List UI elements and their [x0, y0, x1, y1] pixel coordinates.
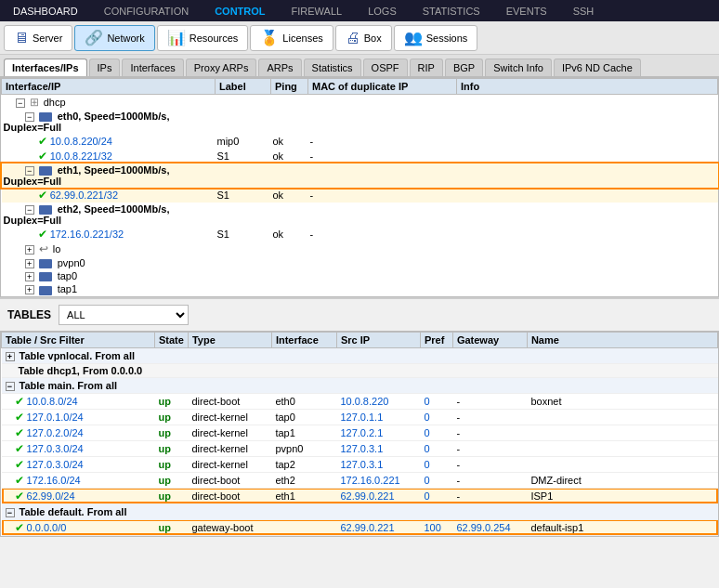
- route-iface: eth0: [271, 393, 336, 409]
- route-ip: 127.0.2.0/24: [27, 427, 84, 438]
- nav-logs[interactable]: LOGS: [355, 0, 410, 21]
- tab-ips[interactable]: IPs: [89, 59, 121, 76]
- ip-label: mip0: [216, 134, 271, 149]
- tab-interfaces-ips[interactable]: Interfaces/IPs: [4, 59, 87, 76]
- check-icon: [15, 522, 24, 533]
- nav-network-btn[interactable]: 🔗 Network: [74, 25, 154, 51]
- nav-control[interactable]: CONTROL: [202, 0, 278, 21]
- interface-icon: [39, 166, 52, 176]
- route-name: boxnet: [527, 393, 717, 409]
- route-iface: eth2: [271, 472, 336, 488]
- ip-addr: 10.0.8.221/32: [50, 150, 112, 162]
- nav-ssh[interactable]: SSH: [560, 0, 608, 21]
- table-row: − eth2, Speed=1000Mb/s, Duplex=Full: [2, 203, 718, 227]
- table-row: + pvpn0: [2, 256, 718, 269]
- expand-icon[interactable]: −: [6, 508, 15, 517]
- ip-addr: 172.16.0.221/32: [50, 229, 124, 240]
- ip-label: S1: [216, 227, 271, 242]
- nav-statistics[interactable]: STATISTICS: [410, 0, 493, 21]
- route-ip: 127.0.1.0/24: [27, 412, 84, 423]
- tab-interfaces[interactable]: Interfaces: [122, 59, 183, 76]
- table-row: − Table default. From all: [2, 503, 718, 519]
- route-gw: -: [452, 456, 527, 472]
- tab-switch-info[interactable]: Switch Info: [485, 59, 552, 76]
- tab-ipv6-nd-cache[interactable]: IPv6 ND Cache: [554, 59, 641, 76]
- route-iface: pvpn0: [271, 440, 336, 456]
- route-pref: 0: [420, 425, 452, 440]
- interface-icon: [39, 112, 52, 122]
- route-iface: tap1: [271, 425, 336, 440]
- route-iface: tap0: [271, 409, 336, 425]
- expand-icon[interactable]: −: [6, 382, 15, 391]
- expand-icon[interactable]: −: [16, 98, 25, 108]
- dhcp1-label: Table dhcp1, From 0.0.0.0: [19, 365, 143, 376]
- expand-icon[interactable]: +: [25, 272, 34, 281]
- if-col-interface: Interface/IP: [2, 79, 216, 95]
- check-icon: [38, 136, 47, 147]
- nav-dashboard[interactable]: DASHBOARD: [0, 0, 91, 21]
- interfaces-content: Interface/IP Label Ping MAC of duplicate…: [0, 77, 719, 297]
- nav-licenses-btn[interactable]: 🏅 Licenses: [250, 25, 333, 51]
- route-name: [527, 456, 717, 472]
- route-pref: 0: [420, 393, 452, 409]
- tab-arps[interactable]: ARPs: [258, 59, 301, 76]
- tab-statistics[interactable]: Statistics: [304, 59, 361, 76]
- expand-icon[interactable]: +: [25, 259, 34, 268]
- tab-bgp[interactable]: BGP: [445, 59, 483, 76]
- route-state: up: [155, 425, 189, 440]
- nav-server-btn[interactable]: 🖥 Server: [4, 25, 72, 51]
- box-icon: 🖨: [346, 30, 360, 46]
- table-row: + ↩ lo: [2, 242, 718, 256]
- expand-icon[interactable]: +: [6, 352, 15, 361]
- tables-select[interactable]: ALL main default vpnlocal dhcp1: [59, 305, 189, 325]
- route-ip: 10.0.8.0/24: [27, 396, 78, 407]
- expand-icon[interactable]: +: [25, 285, 34, 294]
- check-icon: [15, 490, 24, 502]
- box-label: Box: [364, 33, 382, 44]
- nav-resources-btn[interactable]: 📊 Resources: [157, 25, 249, 51]
- nav-events[interactable]: EVENTS: [493, 0, 560, 21]
- rt-col-iface: Interface: [271, 332, 336, 347]
- nav-box-btn[interactable]: 🖨 Box: [335, 25, 392, 51]
- route-gw: -: [452, 440, 527, 456]
- tabs-bar: Interfaces/IPs IPs Interfaces Proxy ARPs…: [0, 55, 719, 77]
- route-gw: -: [452, 488, 527, 503]
- tab-proxy-arps[interactable]: Proxy ARPs: [186, 59, 257, 76]
- nav-firewall[interactable]: FIREWALL: [279, 0, 356, 21]
- route-name: ISP1: [527, 488, 717, 503]
- route-iface: [271, 519, 336, 535]
- nav-sessions-btn[interactable]: 👥 Sessions: [394, 25, 478, 51]
- expand-icon[interactable]: −: [25, 205, 34, 215]
- ip-addr: 10.0.8.220/24: [50, 136, 112, 147]
- table-row: 127.0.3.0/24 up direct-kernel pvpn0 127.…: [2, 440, 718, 456]
- nav-configuration[interactable]: CONFIGURATION: [91, 0, 202, 21]
- rt-col-type: Type: [188, 332, 271, 347]
- expand-icon[interactable]: −: [25, 166, 34, 176]
- rt-col-srcip: Src IP: [336, 332, 420, 347]
- if-col-mac: MAC of duplicate IP: [308, 79, 457, 95]
- route-pref: 0: [420, 409, 452, 425]
- route-pref: 100: [420, 519, 452, 535]
- route-name: [527, 409, 717, 425]
- route-pref: 0: [420, 472, 452, 488]
- expand-icon[interactable]: −: [25, 112, 34, 122]
- route-name: DMZ-direct: [527, 472, 717, 488]
- route-ip: 0.0.0.0/0: [27, 522, 67, 533]
- resources-icon: 📊: [167, 29, 186, 46]
- mac-dup: -: [308, 149, 457, 163]
- route-type: direct-kernel: [188, 409, 271, 425]
- route-srcip: 172.16.0.221: [336, 472, 420, 488]
- route-type: direct-kernel: [188, 440, 271, 456]
- route-type: direct-boot: [188, 393, 271, 409]
- expand-icon[interactable]: +: [25, 245, 34, 255]
- ping-status: ok: [271, 188, 308, 203]
- network-label: Network: [107, 33, 144, 44]
- interface-icon: [39, 272, 52, 281]
- tab-ospf[interactable]: OSPF: [363, 59, 408, 76]
- route-type: gateway-boot: [188, 519, 271, 535]
- default-label: Table default. From all: [20, 506, 127, 517]
- tab-rip[interactable]: RIP: [410, 59, 443, 76]
- route-type: direct-boot: [188, 472, 271, 488]
- if-col-info: Info: [457, 79, 718, 95]
- rt-col-gw: Gateway: [452, 332, 527, 347]
